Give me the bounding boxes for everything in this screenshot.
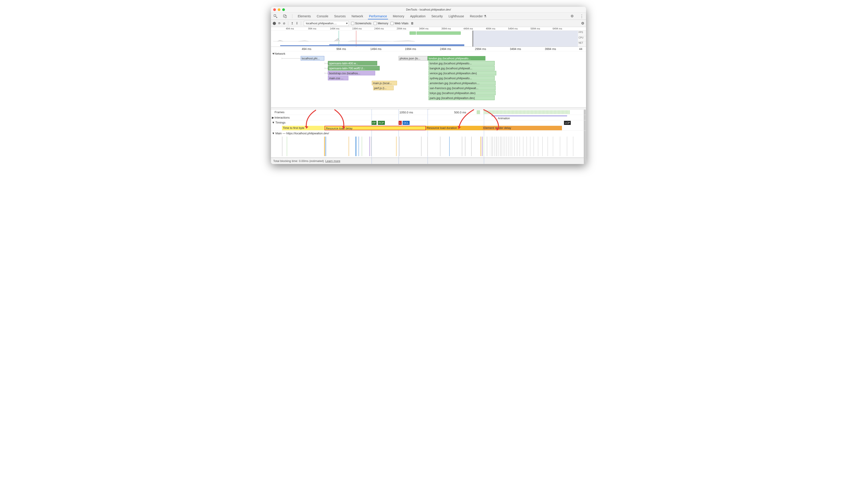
badge-fp[interactable]: FP bbox=[372, 121, 377, 125]
window-controls bbox=[273, 8, 285, 11]
pane-resize-handle[interactable]: ⋯ bbox=[271, 108, 586, 110]
svg-rect-2 bbox=[285, 16, 286, 18]
request-amsterdam[interactable]: amsterdam.jpg (localhost.philipwalton...… bbox=[428, 81, 495, 85]
panel-tabs: Elements Console Sources Network Perform… bbox=[271, 13, 586, 20]
disclose-triangle-icon: ▶ bbox=[272, 116, 274, 119]
checkbox-icon bbox=[390, 22, 393, 25]
request-london-1[interactable]: london.jpg (localhost.philipwalto... bbox=[427, 56, 486, 61]
recording-select-label: localhost.philipwalton.... bbox=[306, 22, 337, 25]
request-font-700[interactable]: opensans-latin-700.woff2 (l... bbox=[328, 66, 380, 70]
device-toolbar-icon[interactable] bbox=[282, 14, 288, 19]
titlebar: DevTools - localhost.philipwalton.dev/ bbox=[271, 7, 586, 13]
request-paris[interactable]: paris.jpg (localhost.philipwalton.dev) bbox=[428, 96, 495, 100]
phase-resource-load-delay[interactable]: Resource load delay bbox=[324, 126, 426, 130]
minimize-window-button[interactable] bbox=[278, 8, 281, 11]
disclose-triangle-icon: ▼ bbox=[272, 132, 274, 135]
checkbox-icon bbox=[351, 22, 354, 25]
learn-more-link[interactable]: Learn more bbox=[325, 159, 340, 163]
badge-fcp[interactable]: FCP bbox=[378, 121, 385, 125]
request-main-css[interactable]: main.css ... bbox=[328, 76, 348, 80]
main-ruler[interactable]: 494 ms 994 ms 1494 ms 1994 ms 2494 ms 29… bbox=[271, 47, 586, 51]
flask-icon: ⚗ bbox=[484, 14, 487, 18]
memory-checkbox[interactable]: Memory bbox=[374, 22, 388, 25]
recording-select[interactable]: localhost.philipwalton.... ▾ bbox=[304, 21, 349, 26]
badge-lcp[interactable]: LCP bbox=[564, 121, 571, 125]
tab-console[interactable]: Console bbox=[316, 13, 329, 19]
request-venice[interactable]: venice.jpg (localhost.philipwalton.dev) bbox=[428, 71, 496, 75]
settings-icon[interactable]: ⚙ bbox=[569, 14, 575, 19]
tab-network[interactable]: Network bbox=[351, 13, 364, 19]
tab-performance[interactable]: Performance bbox=[368, 13, 388, 19]
request-font-400[interactable]: opensans-latin-400.w... bbox=[328, 61, 377, 66]
frames-track[interactable]: Frames 1050.0 ms 500.0 ms bbox=[271, 110, 586, 115]
request-photos-json[interactable]: photos.json (lo... bbox=[399, 56, 427, 61]
overview-ruler[interactable]: 494 ms 994 ms 1494 ms 1994 ms 2494 ms 29… bbox=[271, 27, 586, 31]
svg-rect-0 bbox=[274, 15, 276, 16]
badge-l[interactable]: L bbox=[399, 121, 402, 125]
request-perf-js[interactable]: perf.js (l... bbox=[373, 86, 393, 90]
devtools-window: DevTools - localhost.philipwalton.dev/ E… bbox=[271, 7, 586, 164]
network-waterfall[interactable]: localhost.phi... opensans-latin-400.w...… bbox=[271, 56, 586, 108]
checkbox-icon bbox=[374, 22, 377, 25]
performance-toolbar: ⟳ ⊘ ↥ ↧ localhost.philipwalton.... ▾ Scr… bbox=[271, 20, 586, 27]
zoom-window-button[interactable] bbox=[282, 8, 285, 11]
tracks-area: Frames 1050.0 ms 500.0 ms ▶ Interactions… bbox=[271, 110, 586, 158]
request-main-js[interactable]: main.js (local... bbox=[372, 81, 397, 85]
request-document[interactable]: localhost.phi... bbox=[301, 56, 324, 61]
reload-icon[interactable]: ⟳ bbox=[278, 22, 281, 25]
chevron-down-icon: ▾ bbox=[344, 22, 348, 25]
flame-chart[interactable] bbox=[271, 137, 584, 156]
timings-track[interactable]: ▼ Timings FP FCP L DCL LCP Time to first… bbox=[271, 120, 586, 131]
phase-ttfb[interactable]: Time to first byte bbox=[282, 126, 324, 130]
window-title: DevTools - localhost.philipwalton.dev/ bbox=[406, 8, 451, 11]
request-bootstrap-css[interactable]: bootstrap.css (localhos... bbox=[328, 71, 375, 75]
blocking-time-text: Total blocking time: 0.00ms (estimated) bbox=[273, 159, 324, 163]
request-tokyo[interactable]: tokyo.jpg (localhost.philipwalton.dev) bbox=[428, 91, 495, 95]
overview-lane-labels: FPS CPU NET bbox=[578, 31, 586, 47]
tab-elements[interactable]: Elements bbox=[297, 13, 312, 19]
record-button[interactable] bbox=[273, 22, 276, 25]
close-window-button[interactable] bbox=[273, 8, 276, 11]
tab-lighthouse[interactable]: Lighthouse bbox=[448, 13, 465, 19]
overview-minimap[interactable]: FPS CPU NET bbox=[271, 31, 586, 47]
download-icon[interactable]: ↧ bbox=[296, 22, 298, 25]
upload-icon[interactable]: ↥ bbox=[291, 22, 293, 25]
web-vitals-checkbox[interactable]: Web Vitals bbox=[390, 22, 408, 25]
interactions-track[interactable]: ▶ Interactions Animation bbox=[271, 115, 586, 120]
badge-dcl[interactable]: DCL bbox=[403, 121, 409, 125]
request-sydney[interactable]: sydney.jpg (localhost.philipwalto... bbox=[428, 76, 495, 80]
screenshots-checkbox[interactable]: Screenshots bbox=[351, 22, 371, 25]
status-bar: Total blocking time: 0.00ms (estimated) … bbox=[271, 158, 586, 164]
trash-icon[interactable]: 🗑 bbox=[411, 22, 414, 25]
inspect-element-icon[interactable] bbox=[273, 14, 278, 19]
disclose-triangle-icon: ▼ bbox=[272, 52, 274, 55]
request-london-2[interactable]: london.jpg (localhost.philipwalto... bbox=[428, 61, 495, 66]
tab-recorder[interactable]: Recorder⚗ bbox=[469, 13, 488, 19]
capture-settings-icon[interactable]: ⚙ bbox=[581, 21, 584, 26]
disclose-triangle-icon: ▼ bbox=[272, 121, 274, 124]
kebab-menu-icon[interactable]: ⋮ bbox=[579, 14, 584, 19]
tab-security[interactable]: Security bbox=[431, 13, 444, 19]
network-section-header[interactable]: ▼ Network bbox=[271, 51, 586, 56]
request-san-francisco[interactable]: san-francisco.jpg (localhost.philipwalt.… bbox=[428, 86, 495, 90]
clear-icon[interactable]: ⊘ bbox=[283, 22, 285, 25]
main-thread-track[interactable]: ▼ Main — https://localhost.philipwalton.… bbox=[271, 131, 586, 158]
tab-application[interactable]: Application bbox=[409, 13, 426, 19]
phase-resource-load-duration[interactable]: Resource load duration bbox=[426, 126, 483, 130]
tab-sources[interactable]: Sources bbox=[333, 13, 347, 19]
tab-memory[interactable]: Memory bbox=[392, 13, 405, 19]
phase-element-render-delay[interactable]: Element render delay bbox=[483, 126, 562, 130]
request-bangkok[interactable]: bangkok.jpg (localhost.philipwalt... bbox=[428, 66, 495, 70]
